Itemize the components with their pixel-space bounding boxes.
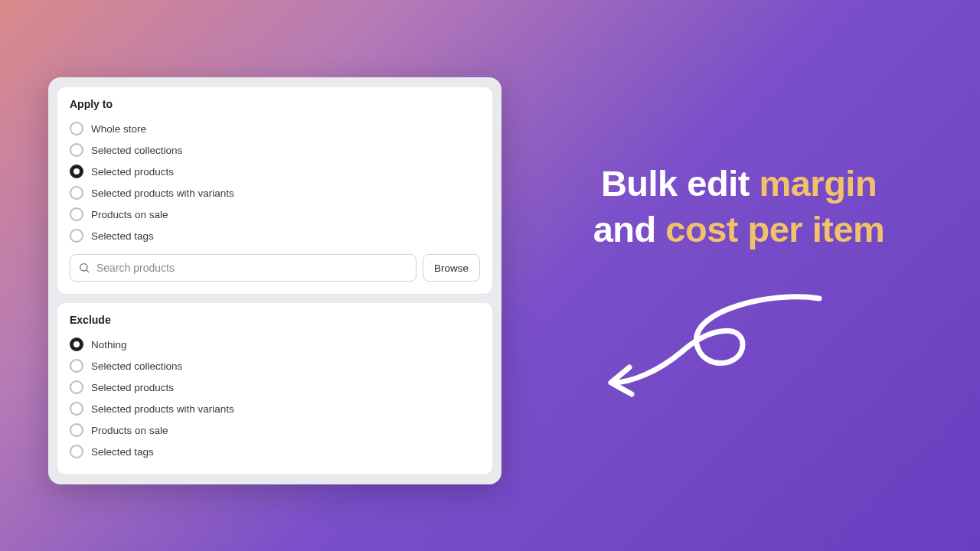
search-row: Browse <box>70 254 480 282</box>
apply-to-option-1[interactable]: Selected collections <box>70 139 480 161</box>
exclude-option-label: Selected products <box>91 382 174 393</box>
headline-text-2: and <box>593 209 666 249</box>
radio-icon <box>70 445 83 458</box>
exclude-option-2[interactable]: Selected products <box>70 377 480 398</box>
apply-to-option-3[interactable]: Selected products with variants <box>70 182 480 204</box>
radio-icon <box>70 229 83 243</box>
apply-to-option-label: Products on sale <box>91 209 168 220</box>
apply-to-option-label: Selected products with variants <box>91 187 234 199</box>
exclude-option-0[interactable]: Nothing <box>70 334 480 355</box>
svg-point-0 <box>80 264 87 271</box>
headline-gold-1: margin <box>759 163 877 204</box>
radio-icon <box>70 380 83 394</box>
exclude-option-label: Selected collections <box>91 360 182 372</box>
apply-to-option-label: Selected collections <box>91 145 182 156</box>
search-input-wrap[interactable] <box>70 254 416 282</box>
apply-to-option-5[interactable]: Selected tags <box>70 225 480 246</box>
radio-icon <box>70 337 83 351</box>
radio-icon <box>70 186 83 200</box>
radio-icon <box>70 423 83 437</box>
radio-icon <box>70 402 83 416</box>
decorative-arrow <box>597 283 827 406</box>
exclude-option-4[interactable]: Products on sale <box>70 419 480 441</box>
apply-to-option-0[interactable]: Whole store <box>70 118 480 139</box>
radio-icon <box>70 143 83 157</box>
apply-to-title: Apply to <box>70 98 480 110</box>
search-input[interactable] <box>96 262 408 274</box>
exclude-card: Exclude NothingSelected collectionsSelec… <box>57 303 492 474</box>
marketing-headline: Bulk edit margin and cost per item <box>521 161 957 253</box>
apply-to-option-label: Selected products <box>91 166 174 178</box>
exclude-option-label: Products on sale <box>91 425 168 436</box>
exclude-option-5[interactable]: Selected tags <box>70 441 480 462</box>
apply-to-option-2[interactable]: Selected products <box>70 161 480 182</box>
settings-panel: Apply to Whole storeSelected collections… <box>48 77 501 484</box>
radio-icon <box>70 122 83 135</box>
svg-line-1 <box>87 270 89 272</box>
radio-icon <box>70 207 83 221</box>
headline-text-1: Bulk edit <box>601 163 760 204</box>
exclude-option-label: Selected tags <box>91 446 154 458</box>
browse-button[interactable]: Browse <box>423 254 480 282</box>
exclude-option-label: Nothing <box>91 339 127 350</box>
apply-to-option-4[interactable]: Products on sale <box>70 204 480 225</box>
exclude-option-1[interactable]: Selected collections <box>70 355 480 377</box>
apply-to-option-label: Whole store <box>91 123 146 135</box>
radio-icon <box>70 165 83 178</box>
exclude-title: Exclude <box>70 314 480 326</box>
apply-to-card: Apply to Whole storeSelected collections… <box>57 87 492 294</box>
radio-icon <box>70 359 83 373</box>
apply-to-option-label: Selected tags <box>91 230 154 242</box>
exclude-option-label: Selected products with variants <box>91 403 234 415</box>
headline-gold-2: cost per item <box>665 209 884 249</box>
search-icon <box>78 262 90 274</box>
exclude-option-3[interactable]: Selected products with variants <box>70 398 480 419</box>
